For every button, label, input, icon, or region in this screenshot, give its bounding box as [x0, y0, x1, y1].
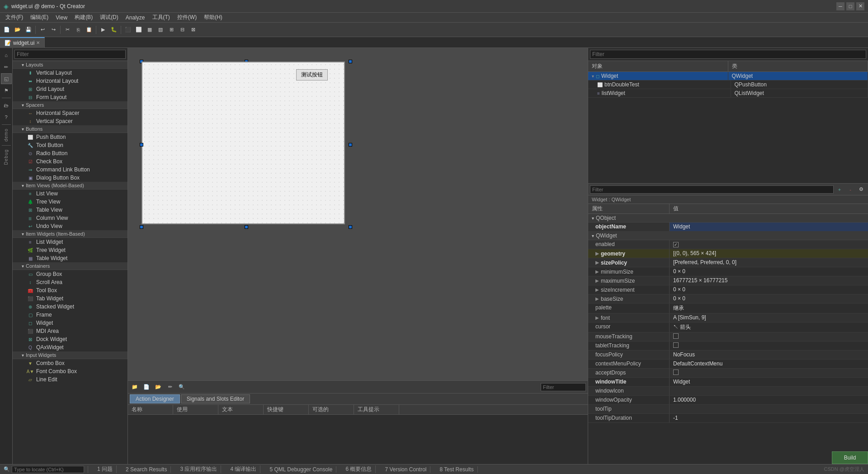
- section-input-widgets[interactable]: Input Widgets: [13, 351, 127, 359]
- item-combo-box[interactable]: ▼ Combo Box: [13, 359, 127, 367]
- tb-save[interactable]: 💾: [24, 25, 33, 35]
- menu-edit[interactable]: 编辑(E): [27, 13, 52, 22]
- prop-value-minsize[interactable]: 0 × 0: [670, 267, 868, 276]
- status-compile[interactable]: 4 编译输出: [226, 465, 260, 473]
- prop-value-palette[interactable]: 继承: [670, 303, 868, 313]
- handle-tr[interactable]: [349, 60, 352, 63]
- prop-value-windowtitle[interactable]: Widget: [670, 378, 868, 386]
- action-tb-btn3[interactable]: 📂: [153, 382, 163, 392]
- item-list-widget[interactable]: ≡ List Widget: [13, 238, 127, 246]
- handle-mr[interactable]: [349, 143, 352, 147]
- maximize-button[interactable]: □: [846, 2, 854, 10]
- prop-value-enabled[interactable]: [670, 240, 868, 249]
- menu-analyze[interactable]: Analyze: [122, 14, 149, 22]
- tb-open[interactable]: 📂: [13, 25, 23, 35]
- design-canvas[interactable]: 测试按钮: [128, 48, 588, 380]
- item-mdi-area[interactable]: ⬛ MDI Area: [13, 327, 127, 335]
- item-tool-button[interactable]: 🔧 Tool Button: [13, 141, 127, 149]
- tab-action-designer[interactable]: Action Designer: [130, 394, 180, 403]
- prop-value-sizepolicy[interactable]: [Preferred, Preferred, 0, 0]: [670, 258, 868, 267]
- prop-value-windowicon[interactable]: [670, 387, 868, 395]
- handle-bm[interactable]: [245, 225, 248, 229]
- prop-value-sizeincrement[interactable]: 0 × 0: [670, 285, 868, 294]
- status-qml-debug[interactable]: 5 QML Debugger Console: [266, 466, 336, 473]
- prop-value-maxsize[interactable]: 16777215 × 16777215: [670, 276, 868, 285]
- item-grid-layout[interactable]: ⊞ Grid Layout: [13, 85, 127, 93]
- obj-row-listwidget[interactable]: ≡ listWidget QListWidget: [588, 89, 868, 98]
- locate-input[interactable]: [12, 466, 84, 473]
- prop-value-contextmenupolicy[interactable]: DefaultContextMenu: [670, 360, 868, 368]
- obj-row-widget[interactable]: ▾ ◻ Widget QWidget: [588, 72, 868, 81]
- item-column-view[interactable]: ⫼ Column View: [13, 214, 127, 222]
- item-tab-widget[interactable]: ⬛ Tab Widget: [13, 294, 127, 303]
- close-button[interactable]: ✕: [856, 2, 864, 10]
- props-configure-button[interactable]: ⚙: [856, 185, 866, 194]
- item-radio-button[interactable]: ⊙ Radio Button: [13, 149, 127, 157]
- tb-new[interactable]: 📄: [2, 25, 12, 35]
- section-item-widgets[interactable]: Item Widgets (Item-Based): [13, 230, 127, 238]
- menu-file[interactable]: 文件(F): [2, 13, 27, 22]
- tb-cut[interactable]: ✂: [62, 25, 72, 35]
- section-containers[interactable]: Containers: [13, 262, 127, 270]
- side-welcome[interactable]: ⌂: [1, 50, 12, 61]
- tb-align-left[interactable]: ⬛: [123, 25, 133, 35]
- mousetracking-checkbox[interactable]: [673, 333, 679, 339]
- item-list-view[interactable]: ≡ List View: [13, 190, 127, 198]
- file-tab-widget-ui[interactable]: 📝 widget.ui ✕: [0, 37, 45, 48]
- prop-value-tooltip[interactable]: [670, 405, 868, 413]
- side-design[interactable]: ◱: [1, 73, 12, 84]
- obj-row-btndoubletest[interactable]: ⬜ btnDoubleTest QPushButton: [588, 81, 868, 89]
- tb-undo[interactable]: ↩: [38, 25, 47, 35]
- item-table-view[interactable]: ⊞ Table View: [13, 206, 127, 214]
- item-group-box[interactable]: ▭ Group Box: [13, 270, 127, 278]
- item-dialog-btn-box[interactable]: ▣ Dialog Button Box: [13, 174, 127, 182]
- section-layouts[interactable]: Layouts: [13, 61, 127, 69]
- prop-section-qobject[interactable]: QObject: [588, 214, 868, 223]
- status-issues[interactable]: 1 问题: [94, 465, 117, 473]
- item-frame[interactable]: ▢ Frame: [13, 311, 127, 319]
- item-qax-widget[interactable]: Q QAxWidget: [13, 343, 127, 351]
- menu-build[interactable]: 构建(B): [71, 13, 96, 22]
- prop-value-mousetracking[interactable]: [670, 332, 868, 341]
- prop-value-windowopacity[interactable]: 1.000000: [670, 396, 868, 404]
- handle-bl[interactable]: [140, 225, 143, 229]
- prop-value-cursor[interactable]: ↖ 箭头: [670, 322, 868, 332]
- tab-signals-slots[interactable]: Signals and Slots Editor: [181, 394, 250, 403]
- status-search[interactable]: 2 Search Results: [122, 466, 171, 473]
- tb-paste[interactable]: 📋: [84, 25, 94, 35]
- item-v-spacer[interactable]: ↕ Vertical Spacer: [13, 117, 127, 125]
- status-general[interactable]: 6 概要信息: [342, 465, 376, 473]
- file-tab-close[interactable]: ✕: [36, 40, 40, 45]
- acceptdrops-checkbox[interactable]: [673, 370, 679, 375]
- obj-filter-input[interactable]: [590, 50, 866, 59]
- tb-copy[interactable]: ⎘: [73, 25, 83, 35]
- tb-redo[interactable]: ↪: [48, 25, 58, 35]
- tb-align-bottom[interactable]: ▧: [156, 25, 165, 35]
- status-tests[interactable]: 8 Test Results: [436, 466, 477, 473]
- prop-value-tooltipduration[interactable]: -1: [670, 414, 868, 422]
- item-tree-widget[interactable]: 🌿 Tree Widget: [13, 246, 127, 254]
- action-tb-btn1[interactable]: 📁: [130, 382, 140, 392]
- side-help[interactable]: ?: [1, 112, 12, 123]
- item-check-box[interactable]: ☑ Check Box: [13, 157, 127, 166]
- enabled-checkbox[interactable]: [673, 242, 679, 247]
- canvas-widget[interactable]: 测试按钮: [142, 62, 345, 224]
- tb-layout[interactable]: ⊠: [188, 25, 198, 35]
- action-tb-btn4[interactable]: ✏: [165, 382, 175, 392]
- item-h-spacer[interactable]: ↔ Horizontal Spacer: [13, 109, 127, 117]
- prop-value-acceptdrops[interactable]: [670, 369, 868, 377]
- handle-br[interactable]: [349, 225, 352, 229]
- action-filter-input[interactable]: [541, 383, 586, 391]
- tb-build[interactable]: ▶: [98, 25, 108, 35]
- side-edit[interactable]: ✏: [1, 62, 12, 72]
- minimize-button[interactable]: ─: [836, 2, 844, 10]
- props-filter-input[interactable]: [590, 185, 834, 194]
- build-button[interactable]: Build: [832, 451, 868, 464]
- item-dock-widget[interactable]: ⊠ Dock Widget: [13, 335, 127, 343]
- tb-align-top[interactable]: ▦: [145, 25, 155, 35]
- props-remove-button[interactable]: -: [845, 185, 855, 194]
- item-font-combo-box[interactable]: A▼ Font Combo Box: [13, 367, 127, 375]
- menu-debug[interactable]: 调试(D): [96, 13, 122, 22]
- section-item-views[interactable]: Item Views (Model-Based): [13, 182, 127, 190]
- item-scroll-area[interactable]: ↕ Scroll Area: [13, 278, 127, 286]
